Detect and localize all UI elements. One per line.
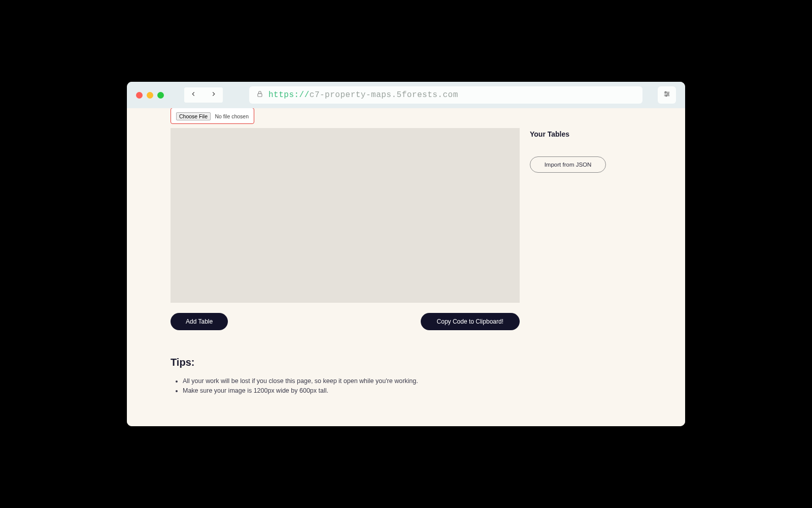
lock-icon [256, 90, 263, 100]
settings-button[interactable] [658, 86, 676, 104]
file-status-text: No file chosen [215, 113, 249, 119]
url-text: https://c7-property-maps.5forests.com [268, 90, 458, 100]
viewport[interactable]: Upload your property map image. Images s… [127, 108, 685, 426]
back-button[interactable] [184, 87, 202, 103]
url-protocol: https:// [268, 90, 310, 100]
copy-code-button[interactable]: Copy Code to Clipboard! [421, 313, 520, 330]
choose-file-button[interactable]: Choose File [176, 112, 211, 120]
maximize-window-button[interactable] [157, 92, 164, 99]
browser-window: https://c7-property-maps.5forests.com Up… [127, 82, 685, 426]
url-host: c7-property-maps.5forests.com [310, 90, 458, 100]
svg-point-5 [667, 93, 668, 94]
nav-buttons [184, 87, 223, 103]
import-json-button[interactable]: Import from JSON [530, 156, 606, 173]
tips-heading: Tips: [171, 357, 641, 368]
address-bar[interactable]: https://c7-property-maps.5forests.com [249, 86, 642, 104]
sidebar-title: Your Tables [530, 130, 641, 138]
svg-point-4 [665, 91, 666, 92]
window-controls [136, 92, 178, 99]
close-window-button[interactable] [136, 92, 143, 99]
chevron-left-icon [190, 90, 197, 100]
file-input[interactable]: Choose File No file chosen [171, 108, 254, 124]
svg-rect-0 [258, 93, 262, 97]
sliders-icon [663, 90, 671, 100]
tips-item: All your work will be lost if you close … [183, 376, 641, 386]
browser-chrome: https://c7-property-maps.5forests.com [127, 82, 685, 108]
forward-button[interactable] [205, 87, 223, 103]
minimize-window-button[interactable] [147, 92, 153, 99]
svg-point-6 [666, 95, 667, 96]
add-table-button[interactable]: Add Table [171, 313, 228, 330]
chevron-right-icon [210, 90, 217, 100]
tips-item: Make sure your image is 1200px wide by 6… [183, 386, 641, 396]
tips-list: All your work will be lost if you close … [171, 376, 641, 396]
map-canvas[interactable] [171, 128, 520, 303]
